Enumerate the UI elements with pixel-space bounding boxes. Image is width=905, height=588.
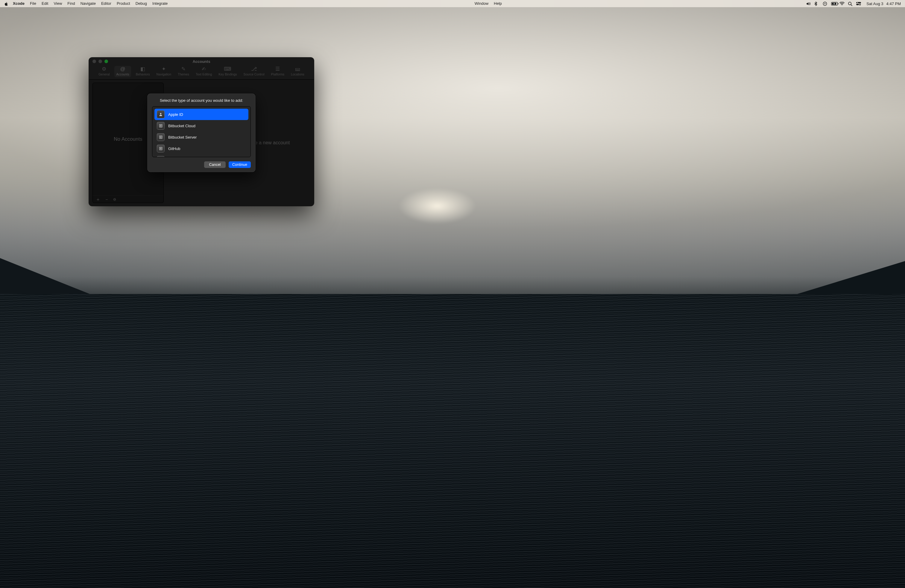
macos-menubar: Xcode File Edit View Find Navigate Edito… bbox=[0, 0, 905, 7]
svg-point-12 bbox=[160, 113, 162, 114]
settings-window: Accounts ⚙︎General @Accounts ◧Behaviors … bbox=[89, 57, 314, 206]
account-option-label: Bitbucket Cloud bbox=[168, 124, 195, 128]
menubar-debug[interactable]: Debug bbox=[133, 0, 150, 7]
apple-menu-icon[interactable] bbox=[4, 2, 8, 6]
add-account-sheet: Select the type of account you would lik… bbox=[147, 94, 256, 172]
menubar-window[interactable]: Window bbox=[472, 0, 491, 7]
github-enterprise-icon: ⊞ bbox=[157, 156, 165, 157]
svg-rect-8 bbox=[856, 2, 861, 3]
sheet-prompt: Select the type of account you would lik… bbox=[152, 98, 251, 103]
svg-point-11 bbox=[859, 4, 861, 5]
account-option-bitbucket-server[interactable]: ⊞ Bitbucket Server bbox=[154, 132, 248, 143]
menubar-help[interactable]: Help bbox=[491, 0, 505, 7]
volume-icon[interactable] bbox=[806, 2, 814, 6]
record-icon[interactable] bbox=[823, 2, 831, 6]
menubar-integrate[interactable]: Integrate bbox=[150, 0, 170, 7]
account-option-label: GitHub bbox=[168, 146, 180, 151]
menubar-find[interactable]: Find bbox=[65, 0, 78, 7]
menubar-time[interactable]: 4:47 PM bbox=[884, 2, 902, 6]
menubar-view[interactable]: View bbox=[51, 0, 65, 7]
menubar-file[interactable]: File bbox=[27, 0, 39, 7]
account-option-label: Bitbucket Server bbox=[168, 135, 197, 140]
menubar-app-name[interactable]: Xcode bbox=[10, 0, 27, 7]
account-option-bitbucket-cloud[interactable]: ⊞ Bitbucket Cloud bbox=[154, 120, 248, 132]
cancel-button[interactable]: Cancel bbox=[204, 161, 225, 168]
menubar-editor[interactable]: Editor bbox=[98, 0, 114, 7]
account-option-label: Apple ID bbox=[168, 112, 183, 117]
control-center-icon[interactable] bbox=[856, 2, 865, 5]
menubar-navigate[interactable]: Navigate bbox=[78, 0, 98, 7]
svg-point-10 bbox=[857, 2, 858, 3]
bitbucket-server-icon: ⊞ bbox=[157, 133, 165, 141]
svg-rect-3 bbox=[838, 3, 838, 4]
svg-marker-1 bbox=[824, 3, 826, 5]
menubar-product[interactable]: Product bbox=[114, 0, 133, 7]
bitbucket-cloud-icon: ⊞ bbox=[157, 122, 165, 130]
menubar-edit[interactable]: Edit bbox=[39, 0, 51, 7]
account-option-github-enterprise[interactable]: ⊞ GitHub Enterprise bbox=[154, 154, 248, 157]
svg-line-7 bbox=[851, 5, 852, 6]
account-option-github[interactable]: ⊞ GitHub bbox=[154, 143, 248, 154]
menubar-date[interactable]: Sat Aug 3 bbox=[865, 2, 884, 6]
bluetooth-icon[interactable] bbox=[814, 2, 823, 6]
spotlight-icon[interactable] bbox=[848, 2, 856, 6]
account-type-listbox[interactable]: Apple ID ⊞ Bitbucket Cloud ⊞ Bitbucket S… bbox=[152, 106, 251, 157]
svg-point-5 bbox=[842, 5, 843, 5]
continue-button[interactable]: Continue bbox=[229, 161, 251, 168]
battery-icon[interactable] bbox=[831, 2, 840, 6]
svg-rect-9 bbox=[856, 4, 859, 5]
github-icon: ⊞ bbox=[157, 145, 165, 153]
wifi-icon[interactable] bbox=[840, 2, 848, 5]
account-option-apple-id[interactable]: Apple ID bbox=[154, 109, 248, 120]
apple-id-icon bbox=[157, 110, 165, 118]
